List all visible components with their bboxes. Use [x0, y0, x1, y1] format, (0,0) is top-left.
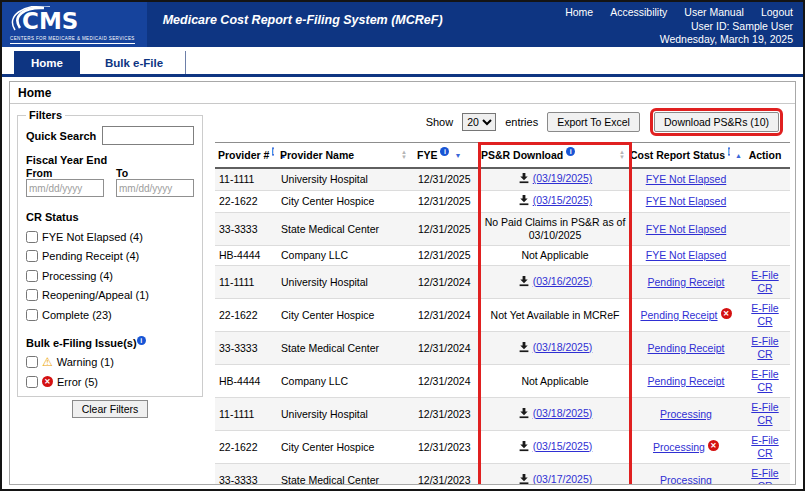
provider-name-cell: City Center Hospice [277, 191, 414, 213]
provider-number-cell: 11-1111 [215, 398, 277, 431]
cms-logo: CMS CENTERS FOR MEDICARE & MEDICAID SERV… [2, 2, 147, 47]
col-header-fye[interactable]: FYEi▼ [414, 143, 478, 169]
e-file-cr-link[interactable]: E-File CR [751, 335, 778, 360]
e-file-cr-link[interactable]: E-File CR [751, 467, 778, 484]
psr-download-link[interactable]: (03/18/2025) [533, 341, 593, 353]
download-icon[interactable] [518, 194, 530, 209]
info-icon[interactable]: i [566, 147, 575, 156]
col-label: FYE [417, 149, 437, 161]
provider-name-cell: City Center Hospice [277, 299, 414, 332]
info-icon[interactable]: i [728, 147, 730, 156]
quick-search-input[interactable] [102, 126, 194, 145]
psr-download-cell: (03/18/2025) [478, 332, 632, 365]
tab-bulk-e-file[interactable]: Bulk e-File [88, 51, 186, 74]
col-header-cost-report-status[interactable]: Cost Report Statusi▲ [632, 143, 740, 169]
status-link-processing[interactable]: Processing [660, 474, 712, 485]
col-header-provider[interactable]: Provider #i▲ [215, 143, 277, 169]
cost-report-status-cell: FYE Not Elapsed [632, 168, 740, 191]
quick-search-label: Quick Search [26, 130, 96, 142]
download-icon[interactable] [518, 172, 530, 187]
nav-link-accessibility[interactable]: Accessibility [610, 6, 667, 20]
bulk-issue-checkbox[interactable] [26, 356, 38, 368]
info-icon[interactable]: i [440, 147, 449, 156]
e-file-cr-link[interactable]: E-File CR [751, 269, 778, 294]
action-cell: E-File CR [740, 464, 790, 485]
download-icon[interactable] [518, 275, 530, 290]
status-link-processing[interactable]: Processing [660, 408, 712, 420]
cr-status-checkbox[interactable] [26, 309, 38, 321]
cr-status-checkbox[interactable] [26, 270, 38, 282]
status-link-pending-receipt[interactable]: Pending Receipt [640, 309, 717, 321]
psr-download-link[interactable]: (03/17/2025) [533, 473, 593, 485]
psr-download-link[interactable]: (03/15/2025) [533, 440, 593, 452]
table-row: 33-3333State Medical Center12/31/2025No … [215, 213, 790, 246]
fye-to-input[interactable] [116, 179, 194, 197]
results-area: Show 20 entries Export To Excel Download… [215, 109, 789, 484]
cost-report-status-cell: FYE Not Elapsed [632, 213, 740, 246]
e-file-cr-link[interactable]: E-File CR [751, 302, 778, 327]
nav-link-user-manual[interactable]: User Manual [684, 6, 744, 20]
checkbox-label: Pending Receipt (4) [42, 250, 139, 262]
download-icon[interactable] [518, 407, 530, 422]
fye-cell: 12/31/2025 [414, 246, 478, 266]
tab-home[interactable]: Home [14, 51, 80, 74]
provider-number-cell: 33-3333 [215, 332, 277, 365]
mcref-app-window: CMS CENTERS FOR MEDICARE & MEDICAID SERV… [0, 0, 805, 491]
e-file-cr-link[interactable]: E-File CR [751, 434, 778, 459]
nav-link-logout[interactable]: Logout [761, 6, 793, 20]
cr-status-checkbox[interactable] [26, 231, 38, 243]
table-row: 33-3333State Medical Center12/31/2023(03… [215, 464, 790, 485]
psr-download-cell: Not Applicable [478, 246, 632, 266]
fye-from-input[interactable] [26, 179, 104, 197]
clear-filters-button[interactable]: Clear Filters [72, 400, 149, 418]
e-file-cr-link[interactable]: E-File CR [751, 401, 778, 426]
download-icon[interactable] [518, 473, 530, 485]
action-cell: E-File CR [740, 332, 790, 365]
psr-download-link[interactable]: (03/15/2025) [533, 194, 593, 206]
fye-cell: 12/31/2024 [414, 365, 478, 398]
svg-text:CMS: CMS [22, 8, 78, 32]
psr-download-cell: No Paid Claims in PS&R as of 03/10/2025 [478, 213, 632, 246]
error-icon: ✕ [42, 376, 53, 387]
app-header: CMS CENTERS FOR MEDICARE & MEDICAID SERV… [2, 2, 803, 47]
cost-report-status-cell: FYE Not Elapsed [632, 191, 740, 213]
cr-status-checkbox[interactable] [26, 250, 38, 262]
provider-number-cell: 22-1622 [215, 299, 277, 332]
psr-download-link[interactable]: (03/19/2025) [533, 172, 593, 184]
status-link-fye-not-elapsed[interactable]: FYE Not Elapsed [646, 195, 727, 207]
col-header-provider-name[interactable]: Provider Name▲▼ [277, 143, 414, 169]
col-header-ps-r-download[interactable]: PS&R Downloadi▲▼ [478, 143, 632, 169]
export-to-excel-button[interactable]: Export To Excel [547, 112, 640, 132]
e-file-cr-link[interactable]: E-File CR [751, 368, 778, 393]
download-psrs-button[interactable]: Download PS&Rs (10) [654, 112, 779, 132]
status-link-fye-not-elapsed[interactable]: FYE Not Elapsed [646, 223, 727, 235]
bulk-issue-option-warning-1: ⚠Warning (1) [26, 356, 194, 368]
download-icon[interactable] [518, 341, 530, 356]
status-link-fye-not-elapsed[interactable]: FYE Not Elapsed [646, 249, 727, 261]
status-link-pending-receipt[interactable]: Pending Receipt [647, 342, 724, 354]
status-link-pending-receipt[interactable]: Pending Receipt [647, 375, 724, 387]
cr-status-checkbox[interactable] [26, 289, 38, 301]
bulk-issue-checkbox[interactable] [26, 376, 38, 388]
psr-download-link[interactable]: (03/16/2025) [533, 275, 593, 287]
table-row: 11-1111University Hospital12/31/2025(03/… [215, 168, 790, 191]
download-icon[interactable] [518, 440, 530, 455]
filters-panel: Filters Quick Search Fiscal Year End Fro… [17, 109, 203, 397]
entries-select[interactable]: 20 [462, 113, 496, 131]
nav-link-home[interactable]: Home [565, 6, 593, 20]
content-panel: Home Filters Quick Search Fiscal Year En… [9, 81, 796, 485]
sort-desc-icon: ▼ [454, 152, 461, 159]
status-link-pending-receipt[interactable]: Pending Receipt [647, 276, 724, 288]
info-icon[interactable]: i [272, 147, 274, 156]
bulk-issues-options: ⚠Warning (1)✕Error (5) [26, 356, 194, 388]
status-link-processing[interactable]: Processing [653, 441, 705, 453]
action-cell: E-File CR [740, 398, 790, 431]
info-icon[interactable]: i [137, 336, 146, 345]
provider-name-cell: Company LLC [277, 246, 414, 266]
psr-download-link[interactable]: (03/18/2025) [533, 407, 593, 419]
cr-status-option-reopening-appeal-1: Reopening/Appeal (1) [26, 289, 194, 301]
status-link-fye-not-elapsed[interactable]: FYE Not Elapsed [646, 173, 727, 185]
header-nav: HomeAccessibilityUser ManualLogout [565, 6, 793, 20]
provider-name-cell: University Hospital [277, 168, 414, 191]
bulk-issues-label-text: Bulk e-Filing Issue(s) [26, 337, 137, 349]
